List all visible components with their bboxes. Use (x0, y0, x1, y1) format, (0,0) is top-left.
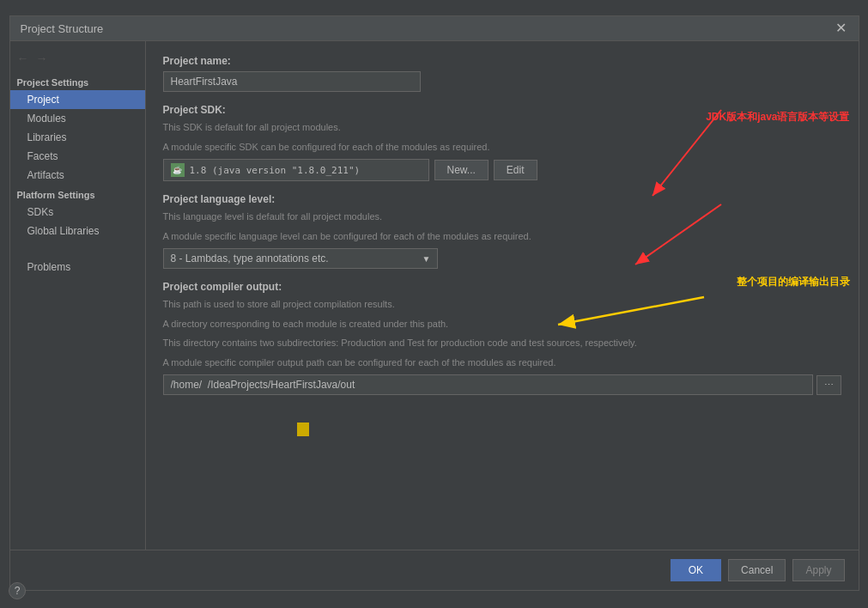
language-level-dropdown[interactable]: 8 - Lambdas, type annotations etc. 7 - D… (163, 248, 438, 269)
path-highlight (297, 423, 309, 436)
lang-desc-1: This language level is default for all p… (163, 210, 841, 224)
sidebar: ← → Project Settings Project Modules Lib… (10, 41, 146, 550)
nav-arrows: ← → (10, 48, 145, 72)
compiler-desc-4: A module specific compiler output path c… (163, 356, 841, 370)
project-compiler-output-label: Project compiler output: (163, 281, 841, 293)
project-compiler-output-row: Project compiler output: This path is us… (163, 281, 841, 395)
sidebar-item-project[interactable]: Project (10, 90, 145, 109)
project-language-level-row: Project language level: This language le… (163, 193, 841, 269)
sdk-new-button[interactable]: New... (434, 160, 489, 180)
compiler-desc-1: This path is used to store all project c… (163, 297, 841, 312)
help-button[interactable]: ? (9, 582, 26, 599)
cancel-button[interactable]: Cancel (728, 559, 786, 581)
project-language-level-label: Project language level: (163, 193, 841, 205)
project-sdk-label: Project SDK: (163, 104, 841, 116)
sdk-row: ☕ 1.8 (java version "1.8.0_211") New... … (163, 159, 841, 181)
forward-arrow[interactable]: → (36, 52, 48, 65)
sdk-display[interactable]: ☕ 1.8 (java version "1.8.0_211") (163, 159, 429, 181)
sidebar-item-sdks[interactable]: SDKs (10, 203, 145, 222)
sidebar-item-libraries[interactable]: Libraries (10, 128, 145, 147)
sdk-icon: ☕ (171, 163, 185, 177)
compiler-output-browse-button[interactable]: ⋯ (816, 375, 841, 395)
project-name-row: Project name: (163, 55, 841, 92)
dialog-title: Project Structure (21, 22, 104, 35)
language-level-dropdown-row: 8 - Lambdas, type annotations etc. 7 - D… (163, 248, 841, 269)
close-button[interactable]: ✕ (834, 21, 848, 35)
project-name-input[interactable] (163, 71, 421, 92)
sidebar-item-facets[interactable]: Facets (10, 147, 145, 166)
compiler-desc-3: This directory contains two subdirectori… (163, 336, 841, 350)
lang-desc-2: A module specific language level can be … (163, 229, 841, 244)
compiler-output-path-row: ⋯ (163, 374, 841, 395)
compiler-output-path-input[interactable] (163, 374, 813, 395)
sidebar-item-global-libraries[interactable]: Global Libraries (10, 222, 145, 240)
back-arrow[interactable]: ← (17, 52, 29, 65)
platform-settings-section-label: Platform Settings (10, 185, 145, 203)
sdk-desc-2: A module specific SDK can be configured … (163, 140, 841, 155)
sdk-desc-1: This SDK is default for all project modu… (163, 120, 841, 135)
sidebar-item-problems[interactable]: Problems (10, 258, 145, 277)
sdk-edit-button[interactable]: Edit (494, 160, 537, 180)
apply-button[interactable]: Apply (792, 559, 844, 581)
project-settings-section-label: Project Settings (10, 72, 145, 90)
dialog-body: ← → Project Settings Project Modules Lib… (10, 41, 859, 550)
compiler-desc-2: A directory corresponding to each module… (163, 317, 841, 331)
sdk-value: 1.8 (java version "1.8.0_211") (190, 165, 361, 176)
dialog-footer: OK Cancel Apply (10, 550, 859, 590)
sidebar-item-artifacts[interactable]: Artifacts (10, 166, 145, 185)
sidebar-item-modules[interactable]: Modules (10, 109, 145, 128)
dialog-title-bar: Project Structure ✕ (10, 16, 859, 41)
project-sdk-row: Project SDK: This SDK is default for all… (163, 104, 841, 181)
language-level-dropdown-wrapper: 8 - Lambdas, type annotations etc. 7 - D… (163, 248, 438, 269)
project-name-label: Project name: (163, 55, 841, 67)
main-content: Project name: Project SDK: This SDK is d… (146, 41, 859, 550)
ok-button[interactable]: OK (671, 559, 721, 581)
